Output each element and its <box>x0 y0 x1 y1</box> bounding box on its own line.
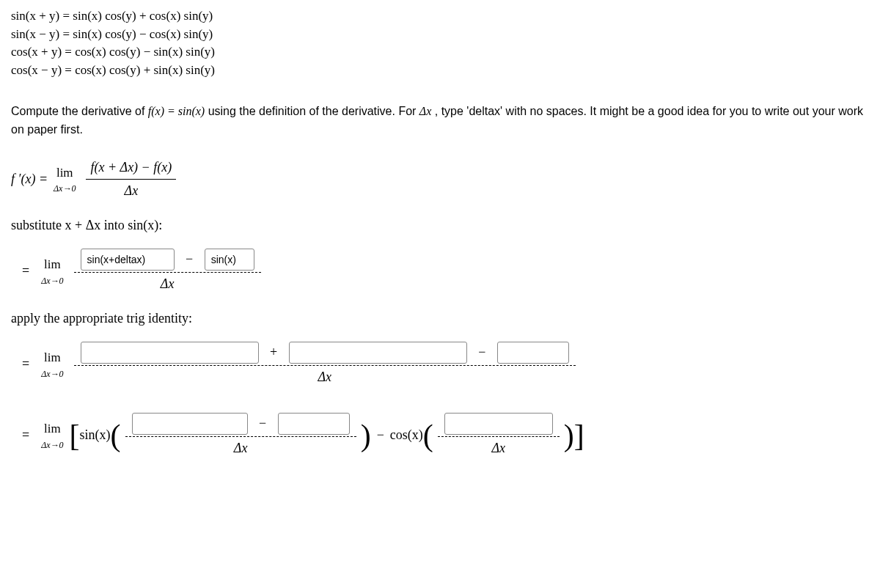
step1-input2[interactable] <box>205 249 254 271</box>
instr-prefix: Compute the derivative of <box>11 105 148 117</box>
instr-mid: using the definition of the derivative. … <box>208 105 419 117</box>
step2-minus: − <box>478 345 485 359</box>
step1-input1[interactable] <box>81 249 175 271</box>
left-bracket: [ <box>70 420 80 451</box>
def-fraction: f(x + Δx) − f(x) Δx <box>86 158 176 201</box>
lim-3: lim Δx→0 <box>41 419 63 452</box>
def-lhs: f ′(x) = <box>11 169 48 189</box>
step1-row: = lim Δx→0 − Δx <box>11 249 869 294</box>
step3-row: = lim Δx→0 [ sin(x) ( − Δx ) − cos(x) ( … <box>11 413 869 458</box>
step2-fraction: + − Δx <box>74 342 576 387</box>
step3-minus2: − <box>377 425 384 445</box>
step2-input3[interactable] <box>497 342 569 364</box>
step3-minus1: − <box>259 416 266 430</box>
step2-row: = lim Δx→0 + − Δx <box>11 342 869 387</box>
instr-delta: Δx <box>419 105 432 117</box>
lim-symbol: lim Δx→0 <box>54 163 76 196</box>
identity-1: sin(x + y) = sin(x) cos(y) + cos(x) sin(… <box>11 7 869 26</box>
step3-input2[interactable] <box>278 413 350 435</box>
eq-1: = <box>22 261 29 281</box>
derivative-definition: f ′(x) = lim Δx→0 f(x + Δx) − f(x) Δx <box>11 158 869 201</box>
rparen-2: ) <box>564 420 574 451</box>
step1-minus: − <box>186 251 193 266</box>
step3-input3[interactable] <box>444 413 553 435</box>
step3-input1[interactable] <box>132 413 248 435</box>
step3-cos: cos(x) <box>390 425 423 445</box>
step3-sin: sin(x) <box>80 425 111 445</box>
step2-plus: + <box>270 345 277 359</box>
rparen-1: ) <box>361 420 371 451</box>
step2-text: apply the appropriate trig identity: <box>11 309 869 328</box>
step1-fraction: − Δx <box>74 249 261 294</box>
step3-frac2: Δx <box>438 413 560 458</box>
step2-input1[interactable] <box>81 342 259 364</box>
eq-3: = <box>22 425 29 445</box>
eq-2: = <box>22 354 29 374</box>
lim-2: lim Δx→0 <box>41 348 63 381</box>
identity-2: sin(x − y) = sin(x) cos(y) − cos(x) sin(… <box>11 26 869 44</box>
right-bracket: ] <box>574 420 584 451</box>
trig-identities: sin(x + y) = sin(x) cos(y) + cos(x) sin(… <box>11 7 869 80</box>
identity-3: cos(x + y) = cos(x) cos(y) − sin(x) sin(… <box>11 43 869 62</box>
step3-frac1: − Δx <box>125 413 356 458</box>
lparen-1: ( <box>111 420 121 451</box>
step2-input2[interactable] <box>289 342 467 364</box>
instr-func: f(x) = sin(x) <box>148 105 205 117</box>
instruction-text: Compute the derivative of f(x) = sin(x) … <box>11 102 869 139</box>
lparen-2: ( <box>423 420 433 451</box>
identity-4: cos(x − y) = cos(x) cos(y) + sin(x) sin(… <box>11 62 869 80</box>
lim-1: lim Δx→0 <box>41 255 63 287</box>
step1-text: substitute x + Δx into sin(x): <box>11 216 869 235</box>
